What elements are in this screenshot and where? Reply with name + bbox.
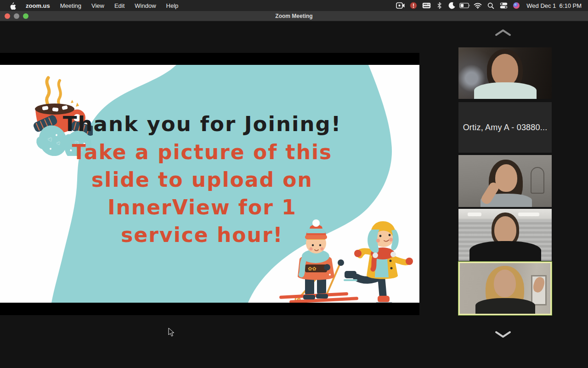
participants-sidebar: Ortiz, Amy A - 03880... bbox=[456, 21, 588, 368]
traffic-lights bbox=[0, 13, 28, 19]
screen-recording-icon[interactable] bbox=[394, 0, 407, 11]
mouse-cursor bbox=[168, 328, 175, 337]
menu-zoomus[interactable]: zoom.us bbox=[21, 0, 55, 11]
svg-text:✿✿: ✿✿ bbox=[308, 266, 316, 271]
apple-icon bbox=[9, 2, 16, 10]
alert-badge-icon[interactable] bbox=[407, 0, 420, 11]
meeting-main-area: ♡ ♡ ♡ ♡ bbox=[0, 21, 588, 368]
ceiling-light-decor bbox=[518, 213, 539, 216]
close-button[interactable] bbox=[5, 13, 10, 19]
menu-window[interactable]: Window bbox=[130, 0, 161, 11]
chevron-down-icon[interactable] bbox=[495, 330, 511, 339]
window-title-bar: Zoom Meeting bbox=[0, 11, 588, 21]
participant-name-tile[interactable]: Ortiz, Amy A - 03880... bbox=[458, 102, 552, 153]
apple-menu[interactable] bbox=[6, 2, 21, 10]
slide-body-line-2: slide to upload on bbox=[0, 166, 404, 194]
chevron-up-icon[interactable] bbox=[495, 29, 511, 37]
slide-text-block: Thank you for Joining! Take a picture of… bbox=[0, 110, 404, 249]
shared-screen-region: ♡ ♡ ♡ ♡ bbox=[0, 53, 419, 315]
participant-name-label: Ortiz, Amy A - 03880... bbox=[463, 123, 548, 132]
bluetooth-off-icon[interactable] bbox=[433, 0, 446, 11]
menu-bar-clock[interactable]: Wed Dec 1 6:10 PM bbox=[523, 2, 583, 9]
do-not-disturb-moon-icon[interactable] bbox=[446, 0, 458, 11]
wifi-icon[interactable] bbox=[471, 0, 484, 11]
minimize-button[interactable] bbox=[14, 13, 19, 19]
participant-video-active-speaker[interactable] bbox=[458, 262, 552, 315]
participant-video-3[interactable] bbox=[458, 209, 552, 261]
presentation-slide: ♡ ♡ ♡ ♡ bbox=[0, 65, 419, 303]
keyboard-icon[interactable] bbox=[420, 0, 433, 11]
slide-body-line-3: InnerView for 1 bbox=[0, 194, 404, 221]
spotlight-search-icon[interactable] bbox=[484, 0, 497, 11]
battery-icon[interactable] bbox=[458, 0, 471, 11]
macos-menu-bar: zoom.us Meeting View Edit Window Help bbox=[0, 0, 588, 11]
birdcage-decor bbox=[531, 167, 544, 194]
fullscreen-button[interactable] bbox=[23, 13, 28, 19]
menu-help[interactable]: Help bbox=[161, 0, 184, 11]
slide-title: Thank you for Joining! bbox=[0, 110, 404, 138]
participant-video-2[interactable] bbox=[458, 155, 552, 207]
slide-body-line-4: service hour! bbox=[0, 221, 404, 249]
menu-view[interactable]: View bbox=[86, 0, 109, 11]
menu-edit[interactable]: Edit bbox=[109, 0, 130, 11]
control-center-icon[interactable] bbox=[497, 0, 510, 11]
menu-meeting[interactable]: Meeting bbox=[55, 0, 86, 11]
window-title: Zoom Meeting bbox=[0, 13, 588, 19]
participant-video-1[interactable] bbox=[458, 47, 552, 99]
siri-icon[interactable] bbox=[510, 0, 523, 11]
slide-body-line-1: Take a picture of this bbox=[0, 138, 404, 166]
